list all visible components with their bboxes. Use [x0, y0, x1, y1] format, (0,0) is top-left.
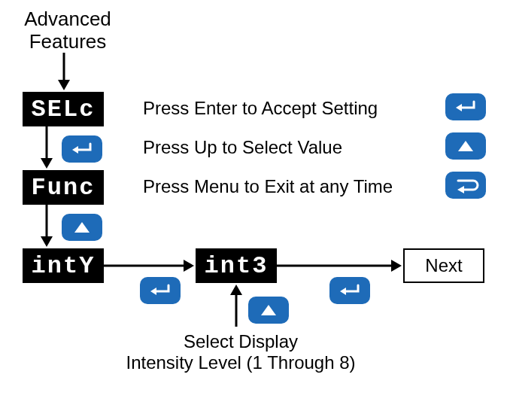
- lcd-func: Func: [23, 170, 104, 205]
- lcd-selc-text: SELc: [32, 96, 96, 123]
- enter-icon: [453, 99, 478, 115]
- enter-icon: [147, 282, 173, 299]
- enter-icon: [337, 282, 363, 299]
- svg-marker-9: [184, 260, 194, 272]
- enter-button[interactable]: [329, 277, 370, 304]
- caption-line1: Select Display: [184, 331, 298, 352]
- next-label: Next: [425, 255, 462, 276]
- svg-marker-7: [74, 222, 90, 233]
- enter-button[interactable]: [62, 135, 102, 163]
- lcd-func-text: Func: [32, 174, 96, 202]
- up-button[interactable]: [248, 297, 289, 324]
- up-button[interactable]: [62, 214, 102, 241]
- enter-icon: [69, 141, 95, 157]
- menu-button[interactable]: [445, 172, 486, 199]
- up-icon: [457, 138, 475, 154]
- svg-marker-13: [340, 288, 346, 295]
- svg-marker-15: [230, 285, 242, 295]
- enter-button[interactable]: [140, 277, 181, 304]
- header-line2: Features: [29, 30, 107, 53]
- arrow-right-icon: [104, 258, 196, 273]
- arrow-down-icon: [39, 205, 54, 248]
- caption-line2: Intensity Level (1 Through 8): [126, 352, 355, 373]
- lcd-inty-text: intY: [32, 252, 96, 280]
- svg-marker-10: [150, 288, 156, 295]
- next-box: Next: [403, 248, 484, 283]
- arrow-down-icon: [56, 53, 71, 92]
- svg-marker-16: [261, 305, 276, 315]
- svg-marker-19: [457, 186, 464, 193]
- svg-marker-4: [72, 146, 78, 154]
- svg-marker-12: [391, 260, 402, 272]
- arrow-up-icon: [229, 283, 244, 328]
- svg-marker-1: [58, 80, 70, 90]
- lcd-selc: SELc: [23, 92, 104, 126]
- up-icon: [73, 220, 91, 235]
- arrow-down-icon: [39, 126, 54, 170]
- svg-marker-6: [41, 236, 53, 247]
- svg-marker-17: [456, 104, 462, 111]
- menu-icon: [452, 176, 479, 194]
- arrow-right-icon: [277, 258, 403, 273]
- lcd-int3: int3: [196, 248, 277, 283]
- lcd-inty: intY: [23, 248, 104, 283]
- caption-select-display: Select Display Intensity Level (1 Throug…: [120, 331, 361, 373]
- up-icon: [260, 303, 278, 318]
- header-line1: Advanced: [24, 8, 111, 30]
- up-button[interactable]: [445, 132, 486, 160]
- legend-up-text: Press Up to Select Value: [143, 137, 342, 158]
- svg-marker-18: [458, 141, 473, 151]
- header-advanced-features: Advanced Features: [15, 8, 120, 53]
- legend-enter-text: Press Enter to Accept Setting: [143, 98, 378, 119]
- svg-marker-3: [41, 158, 53, 169]
- legend-menu-text: Press Menu to Exit at any Time: [143, 176, 393, 197]
- enter-button[interactable]: [445, 93, 486, 120]
- lcd-int3-text: int3: [205, 252, 269, 280]
